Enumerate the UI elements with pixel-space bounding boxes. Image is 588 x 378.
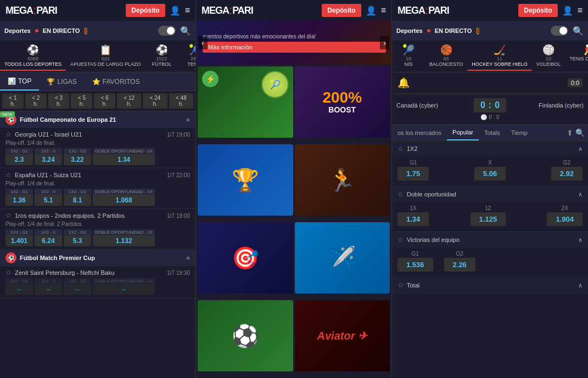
promo-card-wimbledon[interactable]: 🎾 ⚡ 2023 Wimbledon Free Bet — [198, 66, 293, 138]
market-tab-tiempo[interactable]: Tiemp — [506, 126, 533, 140]
odds-val-doble-1[interactable]: 1.132 — [93, 235, 155, 246]
right-live-toggle[interactable] — [551, 26, 568, 36]
odds-val-x-e[interactable]: 5.1 — [35, 195, 62, 206]
odds-val-g1-1[interactable]: 1.401 — [5, 235, 33, 246]
promo-card-devolucion[interactable]: 🏃 Devolución — [295, 144, 390, 216]
time-6h[interactable]: < 6 h. — [94, 93, 115, 109]
filter-tab-ligas[interactable]: 🏆 LIGAS — [39, 72, 84, 91]
time-3h[interactable]: < 3 h. — [48, 93, 70, 109]
time-24h[interactable]: < 24 h. — [143, 93, 167, 109]
time-48h[interactable]: < 48 h. — [169, 93, 193, 109]
star-victorias[interactable]: ☆ — [397, 236, 404, 244]
market-tab-totals[interactable]: Totals — [479, 126, 506, 140]
star-1x2[interactable]: ☆ — [397, 145, 404, 153]
sport-tab-voleibol[interactable]: 🏐 10 VOLEIBOL — [532, 42, 565, 71]
left-sports-label[interactable]: Deportes — [4, 27, 31, 34]
right-live-label[interactable]: EN DIRECTO — [435, 27, 472, 34]
odds-val-doble-z[interactable]: -- — [93, 284, 155, 295]
right-deposit-button[interactable]: Depósito — [518, 4, 557, 17]
value-2x[interactable]: 1.904 — [547, 212, 583, 226]
odds-val-g1[interactable]: 2.3 — [5, 154, 33, 165]
sport-tab-nis[interactable]: 🎾 18 NIS — [392, 42, 425, 71]
center-deposit-button[interactable]: Depósito — [322, 4, 361, 17]
star-espana[interactable]: ☆ — [5, 171, 12, 179]
notification-bell-icon[interactable]: 🔔 — [397, 77, 410, 89]
star-doble[interactable]: ☆ — [397, 190, 404, 198]
left-profile-icon[interactable]: 👤 — [170, 5, 181, 16]
live-toggle[interactable] — [158, 26, 176, 36]
carousel-arrow-left[interactable]: ‹ — [198, 36, 208, 49]
odds-val-x-1[interactable]: 6.24 — [35, 235, 62, 246]
star-total[interactable]: ☆ — [397, 281, 404, 289]
mas-info-button[interactable]: Más información — [203, 42, 386, 53]
left-live-label[interactable]: EN DIRECTO — [43, 27, 80, 34]
market-section-header-total[interactable]: ☆ Total ∧ — [392, 278, 588, 293]
promo-card-deposit[interactable]: 🏆 Primer depósito — [198, 144, 293, 216]
market-tab-popular[interactable]: Popular — [447, 125, 479, 140]
time-12h[interactable]: < 12 h. — [117, 93, 141, 109]
value-g2[interactable]: 2.92 — [551, 167, 583, 180]
left-search-icon[interactable]: 🔍 — [180, 26, 191, 36]
center-profile-icon[interactable]: 👤 — [366, 5, 377, 16]
sport-tab-baloncesto[interactable]: 🏀 65 BALONCESTO — [425, 42, 467, 71]
sport-tab-hockey[interactable]: 🏒 11 HOCKEY SOBRE HIELO — [467, 42, 531, 71]
market-tab-all[interactable]: os los mercados — [392, 126, 447, 140]
sport-tab-futbol[interactable]: ⚽ 1522 FÚTBOL — [145, 42, 178, 71]
value-1x[interactable]: 1.34 — [397, 212, 429, 226]
sport-tab-largo[interactable]: 📋 602 APUESTAS DE LARGO PLAZO — [66, 42, 145, 71]
bitcoin-icon: ₿ — [84, 26, 88, 35]
boost-percent-text: 200% — [322, 90, 362, 105]
right-menu-icon[interactable]: ≡ — [578, 5, 583, 15]
value-vic-g1[interactable]: 1.536 — [397, 258, 433, 272]
markets-collapse-icon[interactable]: ⬆ — [567, 128, 573, 137]
value-g1[interactable]: 1.75 — [397, 167, 429, 180]
odds-val-doble-e[interactable]: 1.068 — [93, 195, 155, 206]
odds-val-g2[interactable]: 3.22 — [64, 154, 91, 165]
promo-card-aviator[interactable]: Aviator ✈ 60 apuestas gratis los domingo… — [295, 300, 390, 371]
time-5h[interactable]: < 5 h. — [71, 93, 92, 109]
promo-card-advance[interactable]: ⚽ Advancebet — [198, 300, 293, 371]
filter-tab-favoritos[interactable]: ⭐ FAVORITOS — [85, 72, 148, 91]
voleibol-icon: 🏐 — [542, 44, 555, 56]
league-header-premier[interactable]: ⚽ Fútbol Match Premier Cup » — [0, 250, 195, 266]
odds-val-doble[interactable]: 1.34 — [93, 154, 155, 165]
sport-tab-all[interactable]: ⚽ 6068 TODOS LOS DEPORTES — [0, 42, 66, 71]
carousel-arrow-right[interactable]: › — [380, 36, 389, 49]
right-sports-label[interactable]: Deportes — [396, 27, 423, 34]
time-2h[interactable]: < 2 h. — [25, 93, 47, 109]
star-zenit[interactable]: ☆ — [5, 269, 12, 277]
time-1h[interactable]: < 1 h. — [2, 93, 24, 109]
sport-tab-tenis-mesa[interactable]: 🏓 TENIS DE MESA — [565, 42, 588, 71]
right-search-icon[interactable]: 🔍 — [573, 26, 584, 36]
promo-card-telegram[interactable]: ✈️ Apuestas a través de Telegram — [295, 222, 390, 294]
odds-val-g2-z[interactable]: -- — [64, 284, 91, 295]
market-section-header-1x2[interactable]: ☆ 1X2 ∧ — [392, 141, 588, 156]
odds-val-x-z[interactable]: -- — [35, 284, 62, 295]
value-vic-g2[interactable]: 2.26 — [444, 258, 475, 272]
logo-text: MEGA — [5, 5, 33, 16]
left-menu-icon[interactable]: ≡ — [185, 5, 190, 15]
left-deposit-button[interactable]: Depósito — [126, 4, 165, 17]
odds-val-g1-z[interactable]: -- — [5, 284, 33, 295]
star-1ros[interactable]: ☆ — [5, 212, 12, 219]
odds-val-g1-e[interactable]: 1.36 — [5, 195, 33, 206]
promo-card-boost[interactable]: 200% BOOST Mega Booster — [295, 66, 390, 138]
value-x[interactable]: 5.06 — [474, 167, 506, 180]
markets-search-icon[interactable]: 🔍 — [575, 128, 585, 137]
odds-val-g2-1[interactable]: 5.3 — [64, 235, 91, 246]
center-menu-icon[interactable]: ≡ — [381, 5, 386, 15]
tenis-label: TENIS — [187, 61, 195, 67]
market-section-header-victorias[interactable]: ☆ Victorias del equipo ∧ — [392, 232, 588, 247]
league-header-europa[interactable]: NEW ⚽ Fútbol Campeonato de Europa 21 » — [0, 111, 195, 128]
market-section-header-doble[interactable]: ☆ Doble oportunidad ∧ — [392, 187, 588, 202]
market-rows-doble: 1X 1.34 12 1.125 2X 1.904 — [392, 202, 588, 232]
sport-tab-tenis[interactable]: 🎾 265 TENIS — [178, 42, 195, 71]
star-georgia[interactable]: ☆ — [5, 131, 12, 138]
odds-val-x[interactable]: 3.24 — [35, 154, 62, 165]
market-rows-victorias: G1 1.536 G2 2.26 — [392, 247, 588, 277]
right-profile-icon[interactable]: 👤 — [562, 5, 573, 16]
odds-val-g2-e[interactable]: 8.1 — [64, 195, 91, 206]
filter-tab-top[interactable]: 📊 TOP — [0, 72, 39, 91]
promo-card-combinada[interactable]: 🎯 Combinada del día — [198, 222, 293, 294]
value-12[interactable]: 1.125 — [471, 212, 506, 226]
